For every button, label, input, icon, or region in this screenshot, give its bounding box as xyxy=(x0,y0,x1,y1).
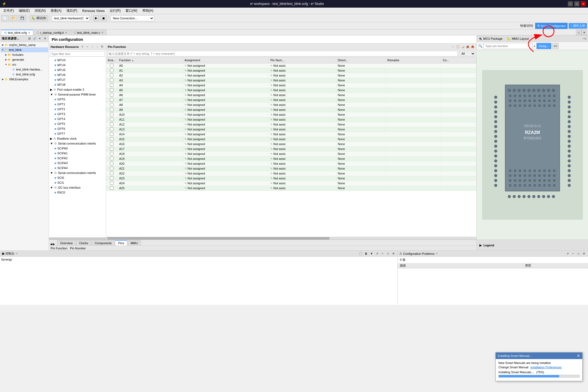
pin-checkbox[interactable] xyxy=(110,118,114,121)
pin-enabled-cell[interactable] xyxy=(106,132,117,137)
toolbar-open[interactable]: 📂 xyxy=(10,15,17,21)
hw-item-scifa0[interactable]: ■ SCIFA0 xyxy=(49,146,106,151)
hw-down-icon[interactable]: ↓ xyxy=(95,45,99,49)
col-co[interactable]: Co... xyxy=(441,57,476,63)
hw-expand-rtc[interactable]: ▶ xyxy=(50,137,52,140)
pin-enabled-cell[interactable] xyxy=(106,151,117,156)
menu-edit[interactable]: 编辑(E) xyxy=(17,8,32,14)
menu-run[interactable]: 运行(R) xyxy=(108,8,123,14)
assign-button[interactable]: Assig... xyxy=(537,43,551,49)
pf-filter-input[interactable] xyxy=(107,51,458,56)
pin-enabled-cell[interactable] xyxy=(106,156,117,161)
hw-item-sci0[interactable]: ■ SCI0 xyxy=(49,175,106,180)
pin-checkbox[interactable] xyxy=(110,103,114,106)
pin-enabled-cell[interactable] xyxy=(106,137,117,142)
menu-window[interactable]: 窗口(W) xyxy=(123,8,139,14)
bottom-tab-components[interactable]: Components xyxy=(92,240,115,246)
pin-checkbox[interactable] xyxy=(110,74,114,77)
pin-enabled-cell[interactable] xyxy=(106,83,117,88)
pf-icon3[interactable]: 📊 xyxy=(461,45,465,49)
bottom-tab-mmu[interactable]: MMU xyxy=(128,240,141,246)
hw-item-poe3[interactable]: ▶ ⚙ Port output enable 3 xyxy=(49,87,106,92)
cp-btn1[interactable]: ↗ xyxy=(565,251,570,256)
hw-expand-gpt[interactable]: ▼ xyxy=(50,93,53,96)
menu-renesas[interactable]: Renesas Views xyxy=(80,8,107,13)
tab-main[interactable]: C test_blink_main.c ✕ xyxy=(71,30,106,35)
hw-item-mtu8[interactable]: ■ MTU8 xyxy=(49,82,106,87)
pin-enabled-cell[interactable] xyxy=(106,102,117,107)
toolbar-stop[interactable]: ⏹ xyxy=(100,15,107,21)
tree-item-hw[interactable]: ⚙ test_blink Hardwa... xyxy=(1,67,48,72)
col-remarks[interactable]: Remarks xyxy=(385,57,441,63)
pin-enabled-cell[interactable] xyxy=(106,171,117,176)
hw-item-gpt[interactable]: ▼ ⚙ General purpose PWM timer xyxy=(49,92,106,97)
hw-item-riic0[interactable]: ■ RIIC0 xyxy=(49,190,106,195)
toolbar-new[interactable]: 📄 xyxy=(1,15,9,21)
more-button[interactable]: >> xyxy=(552,43,559,49)
menu-help[interactable]: 帮助(H) xyxy=(140,8,156,14)
hw-add-icon[interactable]: + xyxy=(80,45,85,49)
tree-item-test-blink[interactable]: ▼ 📁 test_blink xyxy=(1,47,48,52)
pf-icon5[interactable]: 📥 xyxy=(470,45,475,49)
tab-startup-close[interactable]: ✕ xyxy=(65,31,67,34)
console-btn7[interactable]: ✕ xyxy=(391,251,396,256)
hw-filter-input[interactable] xyxy=(50,51,105,57)
expand-scfg[interactable] xyxy=(8,73,11,76)
pin-enabled-cell[interactable] xyxy=(106,161,117,166)
pin-checkbox[interactable] xyxy=(110,157,114,160)
hw-expand-sci[interactable]: ▼ xyxy=(50,171,53,174)
hw-expand-i2c[interactable]: ▼ xyxy=(50,186,53,189)
expand-test-blink[interactable]: ▼ xyxy=(1,48,4,51)
pin-checkbox[interactable] xyxy=(110,152,114,155)
bottom-tab-pins[interactable]: Pins xyxy=(115,240,127,246)
hw-up-icon[interactable]: ↑ xyxy=(90,45,94,49)
tree-item-rza2m[interactable]: ▶ 📁 rza2m_blinky_samp xyxy=(1,42,48,47)
pin-checkbox[interactable] xyxy=(110,186,114,190)
col-direction[interactable]: Direct... xyxy=(336,57,385,63)
pin-checkbox[interactable] xyxy=(110,64,114,67)
pf-filter-combo[interactable]: All xyxy=(459,51,475,56)
console-btn5[interactable]: ─ xyxy=(380,251,385,256)
bottom-tab-clocks[interactable]: Clocks xyxy=(76,240,91,246)
pf-icon2[interactable]: 📋 xyxy=(456,45,460,49)
tab-mcu-package[interactable]: 🔌 MCU Package xyxy=(478,37,503,40)
scroll-right-btn[interactable]: ▶ xyxy=(53,243,55,246)
bottom-tab-overview[interactable]: Overview xyxy=(57,240,76,246)
pin-checkbox[interactable] xyxy=(110,98,114,102)
toolbar-save[interactable]: 💾 xyxy=(19,15,26,21)
expand-src[interactable]: ▼ xyxy=(4,63,8,66)
hw-item-gpt7[interactable]: ■ GPT7 xyxy=(49,131,106,136)
hw-item-gpt6[interactable]: ■ GPT6 xyxy=(49,126,106,131)
tab-maximize-btn[interactable]: □ xyxy=(576,30,581,35)
connection-combo[interactable]: New Connection... xyxy=(111,15,154,21)
pin-checkbox[interactable] xyxy=(110,88,114,92)
pin-enabled-cell[interactable] xyxy=(106,142,117,146)
hw-item-rtc[interactable]: ▶ ⚙ Realtime clock xyxy=(49,136,106,141)
tab-close-btn[interactable]: ✕ xyxy=(581,30,587,35)
tab-mmu-layout[interactable]: 📐 MMU Layout xyxy=(507,37,529,40)
smart-config-btn[interactable]: ⚙ Smart Configurator xyxy=(535,23,568,29)
hw-item-gpt3[interactable]: ■ GPT3 xyxy=(49,112,106,117)
cp-btn3[interactable]: □ xyxy=(576,251,581,256)
pf-icon4[interactable]: 📤 xyxy=(465,45,470,49)
panel-close-icon[interactable]: ✕ xyxy=(43,36,47,41)
collapse-all-icon[interactable]: ⊟ xyxy=(27,36,32,41)
hw-item-mtu7[interactable]: ■ MTU7 xyxy=(49,77,106,82)
tree-item-scfg[interactable]: ⚙ test_blink.scfg xyxy=(1,72,48,77)
hw-item-mtu3[interactable]: ■ MTU3 xyxy=(49,58,106,63)
pin-checkbox[interactable] xyxy=(110,93,114,97)
tree-item-src[interactable]: ▼ 📂 src xyxy=(1,62,48,67)
expand-includes[interactable]: ▶ xyxy=(4,53,8,56)
pin-enabled-cell[interactable] xyxy=(106,68,117,73)
pin-checkbox[interactable] xyxy=(110,176,114,180)
tree-item-includes[interactable]: ▶ 📂 Includes xyxy=(1,52,48,57)
console-btn2[interactable]: 🗑 xyxy=(364,251,369,256)
hw-item-gpt1[interactable]: ■ GPT1 xyxy=(49,102,106,107)
dialog-close-btn[interactable]: ✕ xyxy=(577,354,580,358)
pin-checkbox[interactable] xyxy=(110,113,114,116)
pin-enabled-cell[interactable] xyxy=(106,122,117,127)
pin-enabled-cell[interactable] xyxy=(106,63,117,68)
tab-startup[interactable]: C r_startup_config.h ✕ xyxy=(34,30,70,35)
col-pinnum[interactable]: Pin Num... xyxy=(269,57,336,63)
col-function[interactable]: Function ▲ xyxy=(117,57,183,63)
